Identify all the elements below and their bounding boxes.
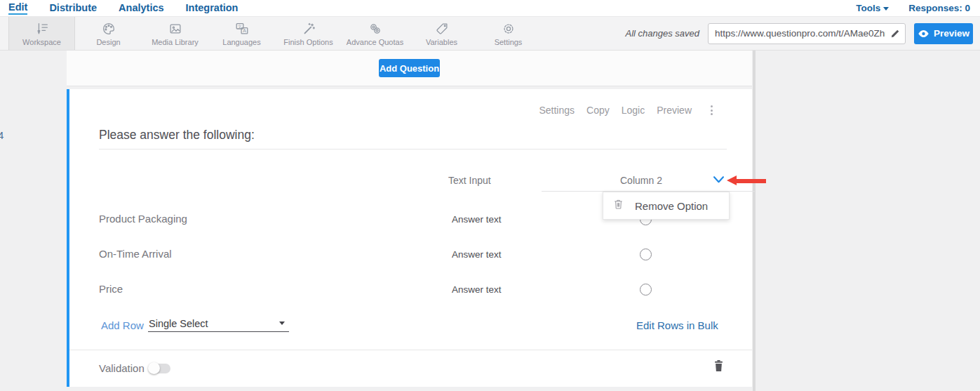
palette-icon [101, 21, 116, 37]
preview-button[interactable]: Preview [914, 23, 973, 44]
toolbar: Workspace Design Media Library 文 A Langu… [0, 17, 980, 51]
svg-text:文: 文 [238, 23, 242, 28]
title-divider [99, 149, 727, 150]
column2-header[interactable]: Column 2 [620, 175, 662, 186]
row-answer-text[interactable]: Answer text [452, 214, 502, 225]
top-nav-right: Tools Responses: 0 [856, 3, 970, 13]
question-number: 4 [0, 129, 4, 141]
question-title[interactable]: Please answer the following: [99, 128, 255, 143]
question-card: Settings Copy Logic Preview Please answe… [67, 89, 752, 387]
toolbar-tab-settings[interactable]: Settings [475, 17, 542, 50]
nav-tab-distribute[interactable]: Distribute [49, 2, 97, 14]
edit-pencil-icon[interactable] [890, 28, 901, 39]
row-label[interactable]: Price [99, 283, 123, 295]
select-caret-icon [279, 322, 285, 325]
row-answer-text[interactable]: Answer text [452, 249, 502, 260]
toolbar-tab-finish-options[interactable]: Finish Options [275, 17, 342, 50]
toolbar-tab-label: Media Library [152, 38, 199, 46]
responses-count-link[interactable]: Responses: 0 [908, 3, 970, 13]
nav-tab-edit[interactable]: Edit [8, 1, 27, 15]
row-label[interactable]: Product Packaging [99, 213, 187, 225]
chain-links-icon [368, 21, 383, 37]
footer-divider [69, 350, 752, 350]
svg-text:A: A [243, 28, 246, 33]
pen-list-icon [34, 21, 50, 37]
chevron-down-icon[interactable] [713, 176, 724, 183]
question-actions: Settings Copy Logic Preview [539, 104, 716, 117]
toolbar-tab-workspace[interactable]: Workspace [8, 17, 75, 50]
add-question-button[interactable]: Add Question [379, 59, 440, 77]
row-answer-text[interactable]: Answer text [452, 284, 502, 295]
tag-icon [434, 21, 450, 37]
eye-icon [918, 29, 929, 38]
toolbar-tab-label: Finish Options [283, 38, 333, 46]
toolbar-tab-label: Design [96, 38, 120, 46]
toolbar-tab-label: Variables [426, 38, 457, 46]
column-dropdown-menu: Remove Option [603, 192, 730, 220]
question-logic-link[interactable]: Logic [622, 105, 645, 116]
caret-down-icon [883, 7, 889, 11]
toolbar-tab-advance-quotas[interactable]: Advance Quotas [342, 17, 408, 50]
row-type-select[interactable]: Single Select [148, 315, 289, 332]
question-preview-link[interactable]: Preview [657, 105, 692, 116]
toolbar-tab-label: Advance Quotas [347, 38, 403, 46]
toolbar-tab-design[interactable]: Design [75, 17, 142, 50]
kebab-menu-icon[interactable] [708, 104, 716, 117]
column1-header[interactable]: Text Input [448, 175, 491, 186]
toolbar-tab-languages[interactable]: 文 A Languages [208, 17, 275, 50]
remove-option-menu-item[interactable]: Remove Option [635, 200, 708, 212]
toolbar-tab-label: Languages [222, 38, 260, 46]
toolbar-tab-media-library[interactable]: Media Library [142, 17, 208, 50]
translate-icon: 文 A [234, 21, 250, 37]
radio-button[interactable] [640, 284, 652, 296]
toolbar-tab-label: Settings [495, 38, 523, 46]
question-copy-link[interactable]: Copy [586, 105, 610, 116]
delete-question-trash-icon[interactable] [713, 359, 725, 373]
wand-icon [301, 21, 316, 37]
trash-icon [612, 198, 624, 213]
nav-tab-analytics[interactable]: Analytics [119, 2, 163, 14]
toolbar-tab-variables[interactable]: Variables [408, 17, 475, 50]
validation-label: Validation [99, 362, 145, 374]
survey-url-wrap [708, 23, 906, 44]
save-status-text: All changes saved [625, 28, 699, 39]
nav-tab-integration[interactable]: Integration [186, 2, 239, 14]
edit-rows-in-bulk-link[interactable]: Edit Rows in Bulk [636, 319, 718, 331]
toolbar-tab-label: Workspace [22, 38, 61, 46]
top-nav: Edit Distribute Analytics Integration To… [0, 0, 980, 17]
gear-icon [501, 21, 516, 37]
toolbar-right: All changes saved Preview [625, 17, 980, 50]
validation-toggle[interactable] [149, 364, 170, 373]
radio-button[interactable] [640, 248, 652, 260]
row-label[interactable]: On-Time Arrival [99, 248, 172, 260]
toggle-knob [148, 362, 160, 374]
image-icon [168, 21, 183, 37]
question-settings-link[interactable]: Settings [539, 105, 575, 116]
add-row-link[interactable]: Add Row [101, 319, 144, 331]
add-question-bar: Add Question [67, 51, 752, 86]
scrollbar-track[interactable] [753, 51, 756, 391]
survey-url-input[interactable] [708, 23, 906, 44]
row-type-value: Single Select [149, 318, 208, 329]
top-nav-items: Edit Distribute Analytics Integration [8, 1, 238, 15]
tools-menu-button[interactable]: Tools [856, 3, 889, 13]
